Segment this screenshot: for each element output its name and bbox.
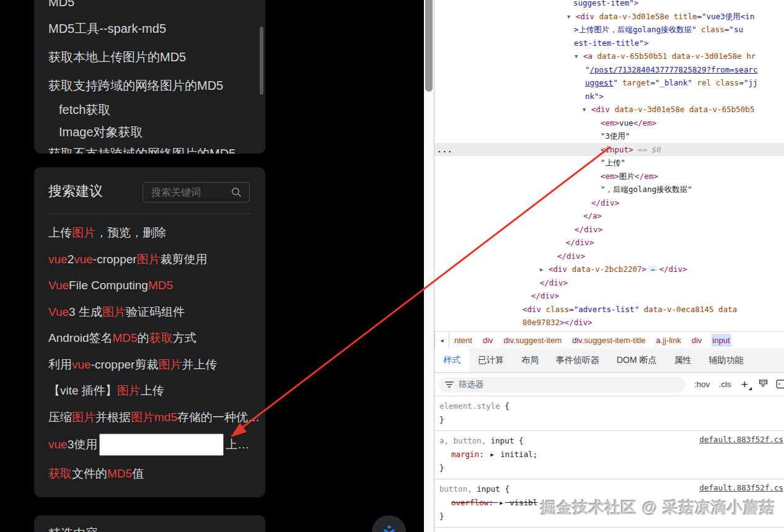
filter-placeholder: 筛选器 [459,379,484,390]
toc-item[interactable]: fetch获取 [59,102,110,118]
dom-tree-row[interactable]: <div class="adverts-list" data-v-0eca814… [434,303,784,316]
collapse-arrow-icon[interactable]: ▼ [583,103,586,116]
suggestion-item[interactable]: 利用vue-cropper剪裁图片并上传 [48,357,259,373]
dom-tree-row[interactable]: </div> [434,196,784,210]
elements-breadcrumb: ◂ ntentdivdiv.suggest-itemdiv.suggest-it… [434,331,784,349]
devtools-panel: suggest-item">▼<div data-v-3d01e58e titl… [434,0,784,532]
toc-item[interactable]: 获取本地上传图片的MD5 [48,49,186,66]
tab-item[interactable]: 辅助功能 [700,348,752,372]
breadcrumb-item[interactable]: div [482,334,495,347]
dom-tree-row[interactable]: </div> [434,223,784,237]
style-rule: a, button, input {default.883f52f.csmarg… [434,431,784,479]
search-input[interactable] [150,186,221,199]
suggestion-item[interactable]: 上传图片，预览，删除 [48,225,259,241]
dom-tree-row[interactable]: >上传图片，后端golang接收数据" class="su [434,23,784,37]
magnifier-icon [231,186,242,198]
screenshot-root: { "toc_panel": { "items": [ {"label":"MD… [0,0,784,532]
style-rule: button, input, select, textarea {default… [434,528,784,532]
expand-arrow-icon[interactable]: ▶ [540,263,543,276]
dom-tree-row[interactable]: "，后端golang接收数据" [434,183,784,196]
collapse-arrow-icon[interactable]: ▼ [575,50,578,63]
toc-item[interactable]: 获取支持跨域的网络图片的MD5 [48,77,223,94]
dom-tree-row[interactable]: ▼<a data-v-65b50b51 data-v-3d01e58e hr [434,50,784,63]
dom-tree-row[interactable]: 80e97832></div> [434,316,784,329]
rule-selector[interactable]: element.style { [439,399,780,413]
suggest-panel-title: 搜索建议 [48,182,103,201]
filter-icon [445,381,454,388]
breadcrumb-back-button[interactable]: ◂ [434,333,449,348]
toolbar-toggle-cls[interactable]: .cls [719,380,731,389]
suggestion-item[interactable]: vue3使用上… [48,430,259,459]
featured-panel-title: 精选内容 [48,525,98,532]
tab-item[interactable]: 事件侦听器 [547,348,608,372]
new-style-rule-button[interactable]: + [741,378,748,391]
dom-tree-row[interactable]: suggest-item"> [434,0,784,10]
dom-tree-row[interactable]: uggest" target="_blank" rel class="jj [434,76,784,90]
dom-tree-row[interactable]: </div> [434,289,784,303]
toc-item[interactable]: Image对象获取 [59,124,143,141]
style-rule: element.style {} [434,396,784,431]
dom-tree-row[interactable]: "/post/7132840437777825829?from=searc [434,63,784,77]
devtools-tab-bar: 样式已计算布局事件侦听器DOM 断点属性辅助功能 [434,348,784,373]
tab-item[interactable]: 布局 [513,348,547,372]
article-toc-panel: MD5MD5工具--spark-md5获取本地上传图片的MD5获取支持跨域的网络… [34,0,265,154]
collapse-arrow-icon[interactable]: ▼ [567,11,570,24]
sidebar-toggle-icon[interactable] [776,379,784,390]
watermark-text: 掘金技术社区 @ 采菇凉滴小蘑菇 [540,497,775,518]
dom-tree-row[interactable]: </div> [434,276,784,290]
tab-item[interactable]: 已计算 [469,348,513,372]
page-scrollbar[interactable] [424,0,434,532]
dom-tree-row[interactable]: ▼<div data-v-3d01e58e data-v-65b50b5 [434,103,784,116]
juejin-float-button[interactable] [372,515,406,532]
dom-tree-row[interactable]: </div> [434,250,784,263]
toc-scrollbar[interactable] [260,27,263,95]
search-box[interactable] [143,182,250,203]
breadcrumb-item[interactable]: input [711,334,731,347]
toc-item[interactable]: MD5工具--spark-md5 [48,20,166,37]
suggestion-item[interactable]: Vue3 生成图片验证码组件 [48,304,259,320]
stylesheet-link[interactable]: default.883f52f.cs [700,483,783,492]
search-suggest-panel: 搜索建议 上传图片，预览，删除vue2 vue-cropper图片裁剪使用Vue… [34,167,265,497]
dom-tree-row[interactable]: "上传" [434,156,784,170]
page-text-input[interactable] [99,434,224,456]
page-scrollbar-thumb[interactable] [425,0,433,92]
juejin-logo [380,524,399,532]
brush-icon[interactable] [758,379,769,390]
css-property[interactable]: margin: ▶ initial; [439,448,780,461]
dom-tree-row[interactable]: </div> [434,236,784,250]
dom-tree-row[interactable]: <em>vue</em> [434,116,784,130]
suggestion-item[interactable]: vue2 vue-cropper图片裁剪使用 [48,251,259,268]
tab-item[interactable]: 属性 [666,348,700,372]
toc-item[interactable]: MD5 [48,0,74,9]
featured-panel: 精选内容 [34,515,265,532]
elements-tree: suggest-item">▼<div data-v-3d01e58e titl… [434,0,784,329]
styles-toolbar: 筛选器 :hov.cls+ [434,373,784,396]
suggestion-item[interactable]: Vue File Computing MD5 [48,277,259,294]
dom-tree-row[interactable]: ...<input> == $0 [434,143,784,157]
row-menu-icon[interactable]: ... [437,143,453,157]
dom-tree-row[interactable]: ▼<div data-v-3d01e58e title="vue3使用<in [434,10,784,24]
dom-tree-row[interactable]: ▶<div data-v-2bcb2207>…</div> [434,263,784,276]
tab-active-item[interactable]: 样式 [434,348,469,372]
dom-tree-row[interactable]: </a> [434,209,784,223]
tab-item[interactable]: DOM 断点 [608,348,666,372]
suggestion-item[interactable]: 获取文件的MD5值 [48,466,259,482]
breadcrumb-item[interactable]: div.suggest-item-title [571,334,646,347]
dom-tree-row[interactable]: "3使用" [434,129,784,143]
toolbar-toggle-hov[interactable]: :hov [694,380,710,389]
dom-tree-row[interactable]: <em>图片</em> [434,170,784,183]
styles-toolbar-controls: :hov.cls+ [685,378,748,391]
toc-item[interactable]: 获取不支持跨域的网络图片的MD5 [48,146,236,154]
breadcrumb-item[interactable]: ntent [453,334,473,347]
dom-tree-row[interactable]: est-item-title"> [434,37,784,50]
rule-close-brace: } [439,413,780,427]
suggestion-item[interactable]: Android签名MD5的获取方式 [48,330,259,346]
suggestion-item[interactable]: 【vite 插件】图片上传 [48,383,259,399]
breadcrumb-item[interactable]: div [690,334,703,347]
breadcrumb-item[interactable]: a.jj-link [655,334,682,347]
stylesheet-link[interactable]: default.883f52f.cs [700,435,783,444]
dom-tree-row[interactable]: nk"> [434,90,784,103]
suggestion-item[interactable]: 压缩图片并根据图片md5 存储的一种优… [48,409,259,425]
styles-filter-field[interactable]: 筛选器 [439,377,685,392]
breadcrumb-item[interactable]: div.suggest-item [503,334,563,347]
